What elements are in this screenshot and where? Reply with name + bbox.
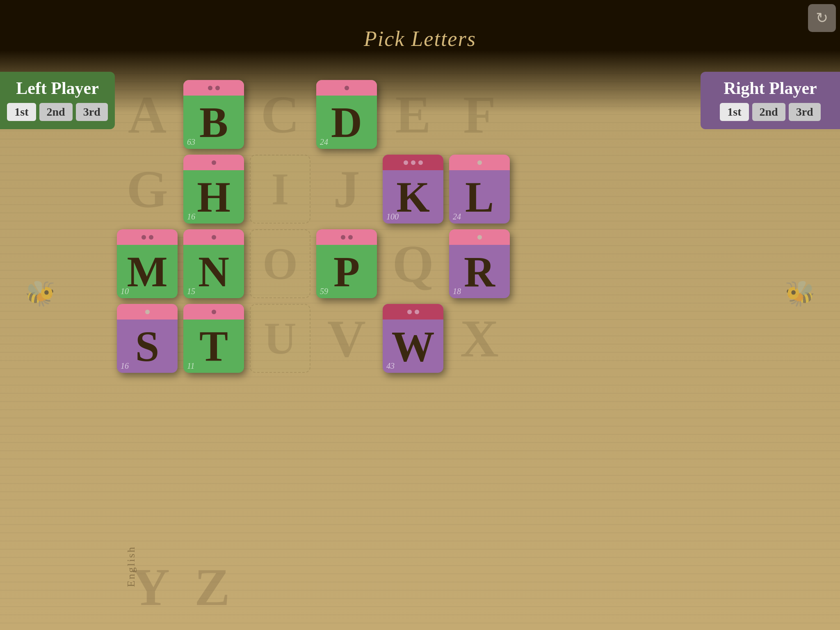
- right-player-tabs: 1st 2nd 3rd: [709, 103, 832, 121]
- letter-cell-G[interactable]: G: [117, 155, 178, 224]
- letter-cell-J[interactable]: J: [316, 155, 377, 224]
- left-player-tabs: 1st 2nd 3rd: [8, 103, 107, 121]
- bottom-letters: Y Z: [131, 556, 230, 618]
- right-player-name: Right Player: [709, 78, 832, 98]
- letter-cell-I[interactable]: I: [250, 155, 310, 224]
- left-player-panel: Left Player 1st 2nd 3rd: [0, 72, 115, 129]
- refresh-icon: ↻: [816, 9, 828, 27]
- right-tab-2nd[interactable]: 2nd: [752, 103, 785, 121]
- letter-cell-F[interactable]: F: [449, 80, 510, 149]
- right-player-panel: Right Player 1st 2nd 3rd: [701, 72, 840, 129]
- left-tab-1st[interactable]: 1st: [7, 103, 36, 121]
- right-tab-1st[interactable]: 1st: [720, 103, 749, 121]
- letter-cell-S[interactable]: S16: [117, 304, 178, 373]
- bee-left-icon: 🐝: [25, 279, 55, 308]
- letter-cell-H[interactable]: H16: [183, 155, 244, 224]
- page-title: Pick Letters: [0, 27, 840, 51]
- letter-cell-Q[interactable]: Q: [383, 229, 443, 298]
- letter-cell-M[interactable]: M10: [117, 229, 178, 298]
- letter-cell-R[interactable]: R18: [449, 229, 510, 298]
- refresh-button[interactable]: ↻: [808, 4, 836, 32]
- left-tab-3rd[interactable]: 3rd: [76, 103, 108, 121]
- left-tab-2nd[interactable]: 2nd: [39, 103, 73, 121]
- letter-cell-L[interactable]: L24: [449, 155, 510, 224]
- letter-cell-X[interactable]: X: [449, 304, 510, 373]
- letter-cell-A[interactable]: A: [117, 80, 178, 149]
- letter-cell-P[interactable]: P59: [316, 229, 377, 298]
- language-label: English: [125, 546, 137, 587]
- letter-cell-V[interactable]: V: [316, 304, 377, 373]
- letter-cell-T[interactable]: T11: [183, 304, 244, 373]
- bee-right-icon: 🐝: [785, 279, 815, 308]
- letter-cell-C[interactable]: C: [250, 80, 310, 149]
- letter-cell-O[interactable]: O: [250, 229, 310, 298]
- letter-cell-N[interactable]: N15: [183, 229, 244, 298]
- letter-cell-K[interactable]: K100: [383, 155, 443, 224]
- letter-Z[interactable]: Z: [194, 556, 230, 618]
- left-player-name: Left Player: [8, 78, 107, 98]
- letter-cell-B[interactable]: B63: [183, 80, 244, 149]
- letter-cell-D[interactable]: D24: [316, 80, 377, 149]
- letter-cell-U[interactable]: U: [250, 304, 310, 373]
- letter-cell-E[interactable]: E: [383, 80, 443, 149]
- right-tab-3rd[interactable]: 3rd: [789, 103, 821, 121]
- letter-cell-W[interactable]: W43: [383, 304, 443, 373]
